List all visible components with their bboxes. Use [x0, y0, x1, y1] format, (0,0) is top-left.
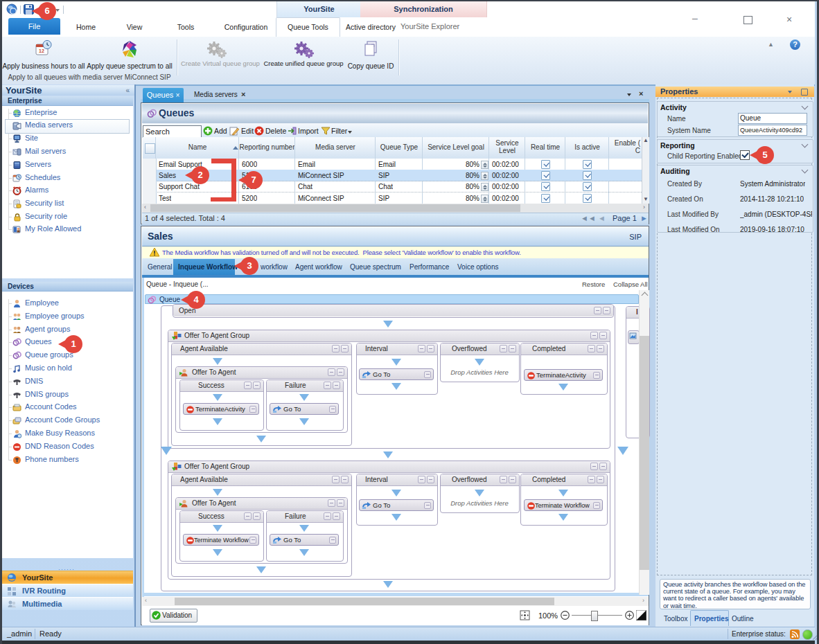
svg-text:12: 12	[39, 48, 44, 53]
